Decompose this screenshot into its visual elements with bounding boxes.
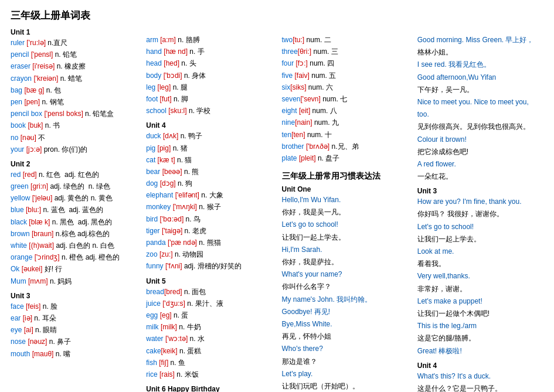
phrase-who: Who's there? xyxy=(282,343,408,354)
phrase-section-title: 三年级上册常用习惯表达法 xyxy=(282,171,408,182)
entry-bird: bird ['bɑ:əd] n. 鸟 xyxy=(146,214,272,225)
phrase-puppet: Let's make a puppet! xyxy=(417,296,543,307)
phrase-play-cn: 让我们玩吧（开始吧）。 xyxy=(282,381,408,392)
unit4-label-col2: Unit 4 xyxy=(146,121,272,129)
entry-dog: dog [dɔg] n. 狗 xyxy=(146,178,272,189)
entry-school: school [sku:l] n. 学校 xyxy=(146,105,272,117)
phrase-play: Let's play. xyxy=(282,369,408,380)
entry-pencilbox: pencil box ['pensl boks] n. 铅笔盒 xyxy=(11,108,137,120)
entry-crayon: crayon ['kreiən] n. 蜡笔 xyxy=(11,73,137,84)
phrase-sarah: Hi,I'm Sarah. xyxy=(282,244,408,255)
entry-arm: arm [a:m] n. 胳膊 xyxy=(146,35,272,46)
phrase-go-school-cn: 让我们一起上学去。 xyxy=(417,234,543,245)
entry-mouth: mouth [mauθ] n. 嘴 xyxy=(11,349,137,360)
phrase-see-red: I see red. 我看见红色。 xyxy=(417,59,543,70)
phrase-whats-this-cn: 这是什么？它是一只鸭子。 xyxy=(417,383,543,392)
phrase-good-morning-cn: 格林小姐。 xyxy=(417,47,543,58)
unit-one-label: Unit One xyxy=(282,185,408,193)
entry-fish: fish [fi∫] n. 鱼 xyxy=(146,357,272,369)
column-3: two[tu:] num. 二 three[θri:] num. 三 four … xyxy=(277,9,413,392)
entry-duck: duck [dʌk] n. 鸭子 xyxy=(146,131,272,142)
entry-hand: hand [hæ nd] n. 手 xyxy=(146,46,272,57)
entry-cake: cake[keik] n. 蛋糕 xyxy=(146,346,272,357)
phrase-colour: Colour it brown! xyxy=(417,134,543,145)
entry-bag: bag [bæ g] n. 包 xyxy=(11,85,137,96)
phrase-name: What's your name? xyxy=(282,269,408,280)
phrase-how-are-you: How are you? I'm fine, thank you. xyxy=(417,196,543,207)
entry-white: white [(h)wait] adj. 白色的 n. 白色 xyxy=(11,240,137,251)
entry-plate: plate [pleit] n. 盘子 xyxy=(282,153,408,164)
phrase-colour-cn: 把它涂成棕色吧! xyxy=(417,146,543,158)
entry-ruler: ruler ['ru:lə] n.直尺 xyxy=(11,38,137,49)
entry-pig: pig [pig] n. 猪 xyxy=(146,143,272,154)
entry-bread: bread[bred] n. 面包 xyxy=(146,287,272,298)
entry-eraser: eraser [i'reisə] n. 橡皮擦 xyxy=(11,61,137,72)
entry-zoo: zoo [zu:] n. 动物园 xyxy=(146,249,272,260)
entry-body: body ['bɔdi] n. 身体 xyxy=(146,70,272,81)
entry-elephant: elephant ['elifənt] n. 大象 xyxy=(146,190,272,201)
entry-seven: seven['sevn] num. 七 xyxy=(282,94,408,105)
entry-pen: pen [pen] n. 钢笔 xyxy=(11,97,137,108)
phrase-look-cn: 看着我。 xyxy=(417,258,543,270)
page-container: 三年级上册单词表 Unit 1 ruler ['ru:lə] n.直尺 penc… xyxy=(0,0,554,392)
entry-six: six[siks] num. 六 xyxy=(282,82,408,93)
entry-foot: foot [fut] n. 脚 xyxy=(146,94,272,105)
unit5-label-col2: Unit 5 xyxy=(146,277,272,285)
unit1-label: Unit 1 xyxy=(11,28,137,36)
entry-blue: blue [blu:] n. 蓝色 adj. 蓝色的 xyxy=(11,204,137,216)
phrase-great: Great! 棒极啦! xyxy=(417,346,543,357)
entry-four: four [fɔ:] num. 四 xyxy=(282,58,408,69)
phrase-name-cn: 你叫什么名字？ xyxy=(282,281,408,292)
entry-ear: ear [iə] n. 耳朵 xyxy=(11,313,137,324)
entry-water: water ['wɔ:tə] n. 水 xyxy=(146,333,272,345)
phrase-bye-miss-cn: 再见，怀特小姐 xyxy=(282,331,408,342)
phrase-red-flower: A red flower. xyxy=(417,159,543,170)
phrase-very-well: Very well,thanks. xyxy=(417,271,543,282)
entry-pencil: pencil ['pensl] n. 铅笔 xyxy=(11,49,137,60)
entry-green: green [gri:n] adj. 绿色的 n. 绿色 xyxy=(11,181,137,192)
phrase-good-afternoon: Good afternoon,Wu Yifan xyxy=(417,72,543,83)
phrase-go-school: Let's go to school! xyxy=(417,221,543,233)
entry-cat: cat [kæ t] n. 猫 xyxy=(146,155,272,166)
column-2: arm [a:m] n. 胳膊 hand [hæ nd] n. 手 head [… xyxy=(141,9,277,392)
entry-book: book [buk] n. 书 xyxy=(11,120,137,131)
entry-brown: brown [braun] n.棕色 adj.棕色的 xyxy=(11,229,137,240)
entry-three: three[θri:] num. 三 xyxy=(282,46,408,57)
entry-panda: panda ['pæ ndə] n. 熊猫 xyxy=(146,237,272,248)
entry-your: your [jɔ:ə] pron. 你(们)的 xyxy=(11,144,137,155)
entry-ok: Ok [əukei] 好! 行 xyxy=(11,264,137,275)
unit2-label: Unit 2 xyxy=(11,160,137,168)
entry-black: black [blæ k] n. 黑色 adj. 黑色的 xyxy=(11,217,137,228)
entry-nose: nose [nəuz] n. 鼻子 xyxy=(11,336,137,347)
entry-five: five [faiv] num. 五 xyxy=(282,70,408,81)
phrase-puppet-cn: 让我们一起做个木偶吧! xyxy=(417,308,543,319)
entry-egg: egg [eg] n. 蛋 xyxy=(146,310,272,321)
entry-orange: orange ['ɔrindʒ] n. 橙色 adj. 橙色的 xyxy=(11,252,137,263)
phrase-good-afternoon-cn: 下午好，吴一凡。 xyxy=(417,84,543,96)
phrase-sarah-cn: 你好，我是萨拉。 xyxy=(282,257,408,268)
phrase-john: My name's John. 我叫约翰。 xyxy=(282,294,408,305)
phrase-bye-miss: Bye,Miss White. xyxy=(282,319,408,330)
entry-red: red [red] n. 红色 adj. 红色的 xyxy=(11,169,137,180)
entry-nine: nine[nain] num. 九 xyxy=(282,117,408,128)
entry-two: two[tu:] num. 二 xyxy=(282,35,408,46)
entry-eight: eight [eit] num. 八 xyxy=(282,105,408,117)
entry-funny: funny ['fʌni] adj. 滑稽的/好笑的 xyxy=(146,261,272,272)
entry-head: head [hed] n. 头 xyxy=(146,58,272,69)
entry-face: face [feis] n. 脸 xyxy=(11,301,137,312)
entry-juice: juice ['dʒu:s] n. 果汁、液 xyxy=(146,298,272,309)
entry-eye: eye [ai] n. 眼睛 xyxy=(11,325,137,336)
phrase-who-cn: 那边是谁？ xyxy=(282,356,408,367)
phrase-whats-this: What's this? It's a duck. xyxy=(417,371,543,382)
unit3-phrase-label: Unit 3 xyxy=(417,187,543,195)
phrase-nice-meet-2: too. xyxy=(417,109,543,120)
column-1: 三年级上册单词表 Unit 1 ruler ['ru:lə] n.直尺 penc… xyxy=(6,9,141,392)
phrase-very-well-cn: 非常好，谢谢。 xyxy=(417,284,543,295)
phrase-hello: Hello,I'm Wu Yifan. xyxy=(282,195,408,206)
phrase-good-morning: Good morning. Miss Green. 早上好， xyxy=(417,35,543,46)
entry-milk: milk [milk] n. 牛奶 xyxy=(146,322,272,333)
unit4-phrase-label: Unit 4 xyxy=(417,362,543,370)
entry-yellow: yellow ['jeləu] adj. 黄色的 n. 黄色 xyxy=(11,193,137,204)
phrase-goodbye: Goodbye! 再见! xyxy=(282,306,408,318)
entry-bear: bear [beəə] n. 熊 xyxy=(146,166,272,178)
